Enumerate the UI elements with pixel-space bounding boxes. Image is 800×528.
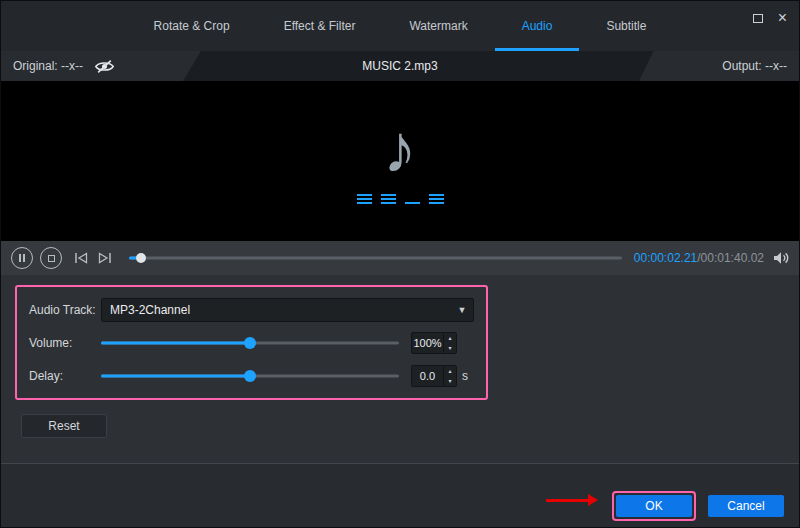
- tab-list: Rotate & Crop Effect & Filter Watermark …: [127, 1, 674, 51]
- tab-watermark[interactable]: Watermark: [382, 1, 494, 51]
- original-label: Original: --x--: [13, 59, 83, 73]
- seek-track[interactable]: [129, 257, 622, 260]
- audio-editor-window: Rotate & Crop Effect & Filter Watermark …: [0, 0, 800, 528]
- delay-value-box[interactable]: 0.0 ▴ ▾: [411, 365, 457, 387]
- equalizer-icon: [357, 192, 444, 204]
- audio-settings-panel: Audio Track: MP3-2Channel ▼ Volume: 100%…: [1, 275, 799, 463]
- volume-value-box[interactable]: 100% ▴ ▾: [411, 332, 457, 354]
- close-icon[interactable]: ×: [778, 10, 787, 26]
- preview-area: ♪: [1, 81, 799, 241]
- volume-handle[interactable]: [244, 337, 256, 349]
- delay-spinner: ▴ ▾: [443, 366, 456, 386]
- reset-button[interactable]: Reset: [21, 414, 107, 438]
- original-segment: Original: --x--: [1, 51, 201, 81]
- equalizer-bars-group: [357, 194, 372, 204]
- delay-unit: s: [462, 369, 474, 383]
- output-label: Output: --x--: [722, 59, 787, 73]
- seek-slider[interactable]: [129, 252, 622, 264]
- previous-frame-button[interactable]: [74, 252, 88, 264]
- time-display: 00:00:02.21/00:01:40.02: [634, 251, 764, 265]
- arrow-line: [546, 499, 588, 502]
- ok-button[interactable]: OK: [616, 495, 692, 517]
- window-controls: ×: [753, 10, 787, 26]
- total-time: 00:01:40.02: [701, 251, 764, 265]
- output-segment: Output: --x--: [639, 51, 799, 81]
- skip-back-icon: [74, 252, 88, 264]
- spin-up-icon[interactable]: ▴: [444, 333, 456, 343]
- tab-bar: Rotate & Crop Effect & Filter Watermark …: [1, 1, 799, 51]
- audio-track-select[interactable]: MP3-2Channel ▼: [101, 298, 474, 322]
- equalizer-bars-group: [381, 194, 396, 204]
- seek-handle[interactable]: [136, 253, 146, 263]
- spin-up-icon[interactable]: ▴: [444, 366, 456, 376]
- stop-button[interactable]: [40, 247, 62, 269]
- volume-value[interactable]: 100%: [412, 333, 443, 353]
- tab-audio[interactable]: Audio: [495, 1, 580, 51]
- player-bar: 00:00:02.21/00:01:40.02: [1, 241, 799, 275]
- audio-track-value: MP3-2Channel: [110, 303, 451, 317]
- maximize-icon[interactable]: [753, 14, 763, 23]
- spin-down-icon[interactable]: ▾: [444, 343, 456, 353]
- red-pointer-arrow-icon: [546, 494, 598, 506]
- stop-icon: [48, 255, 55, 262]
- delay-slider[interactable]: [101, 370, 399, 382]
- skip-forward-icon: [98, 252, 112, 264]
- arrow-head: [588, 494, 598, 506]
- volume-spinner: ▴ ▾: [443, 333, 456, 353]
- next-frame-button[interactable]: [98, 252, 112, 264]
- volume-fill: [101, 341, 250, 344]
- current-time: 00:00:02.21: [634, 251, 697, 265]
- delay-fill: [101, 374, 250, 377]
- eye-off-icon[interactable]: [95, 59, 114, 74]
- tab-rotate-crop[interactable]: Rotate & Crop: [127, 1, 257, 51]
- equalizer-bars-group: [429, 194, 444, 204]
- spin-down-icon[interactable]: ▾: [444, 376, 456, 386]
- delay-label: Delay:: [29, 369, 101, 383]
- equalizer-bars-group: [405, 202, 420, 204]
- delay-handle[interactable]: [244, 370, 256, 382]
- volume-slider[interactable]: [101, 337, 399, 349]
- tab-effect-filter[interactable]: Effect & Filter: [257, 1, 383, 51]
- bottom-bar: OK Cancel: [1, 463, 799, 528]
- ok-button-highlight: OK: [612, 491, 696, 521]
- volume-row: Volume: 100% ▴ ▾: [29, 326, 474, 359]
- pause-icon: [18, 254, 26, 262]
- audio-track-row: Audio Track: MP3-2Channel ▼: [29, 293, 474, 326]
- tab-subtitle[interactable]: Subtitle: [579, 1, 673, 51]
- delay-value[interactable]: 0.0: [412, 366, 443, 386]
- audio-settings-highlight-box: Audio Track: MP3-2Channel ▼ Volume: 100%…: [15, 285, 488, 400]
- audio-track-label: Audio Track:: [29, 303, 101, 317]
- music-note-icon: ♪: [383, 114, 417, 182]
- delay-row: Delay: 0.0 ▴ ▾ s: [29, 359, 474, 392]
- cancel-button[interactable]: Cancel: [708, 495, 784, 517]
- pause-button[interactable]: [11, 247, 33, 269]
- preview-header: MUSIC 2.mp3 Original: --x-- Output: --x-…: [1, 51, 799, 81]
- volume-speaker-icon[interactable]: [773, 251, 789, 265]
- chevron-down-icon[interactable]: ▼: [451, 305, 473, 315]
- volume-label: Volume:: [29, 336, 101, 350]
